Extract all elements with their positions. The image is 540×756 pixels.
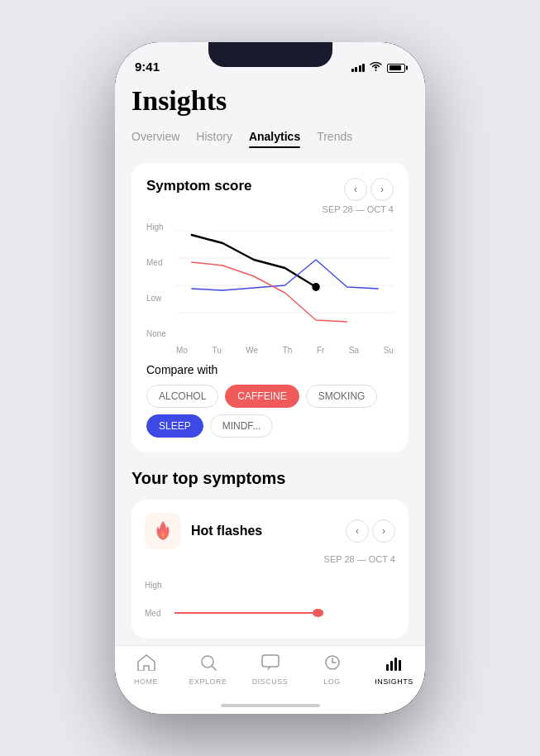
symptom-score-card: Symptom score ‹ › SEP 28 — OCT 4 High Me… <box>131 163 409 452</box>
explore-icon <box>200 654 217 675</box>
flame-svg <box>151 519 174 543</box>
symptom-header: Hot flashes ‹ › <box>145 513 395 549</box>
signal-icon <box>351 64 366 72</box>
home-icon <box>137 654 155 675</box>
svg-rect-13 <box>390 661 393 671</box>
phone-screen: 9:41 <box>115 42 425 714</box>
chip-mindfulness[interactable]: MINDF... <box>210 414 274 438</box>
symptom-chart-date-range: SEP 28 — OCT 4 <box>145 554 395 564</box>
symptom-high-line <box>174 572 395 597</box>
svg-point-4 <box>312 283 319 291</box>
top-symptoms-title: Your top symptoms <box>131 469 409 488</box>
x-label-mo: Mo <box>176 346 188 355</box>
nav-discuss[interactable]: DISCUSS <box>239 654 301 686</box>
x-label-th: Th <box>283 346 293 355</box>
svg-point-5 <box>313 609 323 617</box>
signal-bar-1 <box>351 69 354 72</box>
symptom-prev-button[interactable]: ‹ <box>346 519 369 543</box>
chart-x-labels: Mo Tu We Th Fr Sa Su <box>176 346 394 355</box>
tab-navigation: Overview History Analytics Trends <box>131 130 409 146</box>
tab-overview[interactable]: Overview <box>131 130 179 146</box>
symptom-date-range: SEP 28 — OCT 4 <box>146 204 394 214</box>
nav-home[interactable]: HOME <box>115 654 177 686</box>
hot-flashes-card: Hot flashes ‹ › SEP 28 — OCT 4 High <box>131 500 409 639</box>
signal-bar-3 <box>359 65 361 72</box>
symptom-med-row: Med <box>145 600 395 625</box>
nav-log-label: LOG <box>323 677 341 686</box>
chip-alcohol[interactable]: ALCOHOL <box>146 385 218 408</box>
signal-bar-4 <box>362 64 365 72</box>
nav-log[interactable]: LOG <box>301 654 363 686</box>
y-label-low: Low <box>146 294 176 303</box>
nav-explore[interactable]: EXPLORE <box>177 654 239 686</box>
nav-insights-label: INSIGHTS <box>375 677 413 686</box>
card-header: Symptom score ‹ › <box>146 178 394 201</box>
chart-svg <box>176 222 394 338</box>
symptom-y-med: Med <box>145 609 174 618</box>
symptom-name: Hot flashes <box>191 524 262 538</box>
chip-sleep[interactable]: SLEEP <box>146 414 203 438</box>
svg-rect-14 <box>394 658 397 671</box>
nav-discuss-label: DISCUSS <box>252 677 289 686</box>
signal-bar-2 <box>355 67 357 72</box>
svg-rect-12 <box>386 664 389 671</box>
next-date-button[interactable]: › <box>370 178 394 201</box>
nav-insights[interactable]: INSIGHTS <box>363 654 425 686</box>
main-content: Insights Overview History Analytics Tren… <box>115 79 425 645</box>
wifi-icon <box>370 62 382 74</box>
y-label-high: High <box>146 222 176 232</box>
date-nav-buttons: ‹ › <box>344 178 394 201</box>
svg-line-7 <box>212 666 216 670</box>
symptom-high-row: High <box>145 572 395 597</box>
page-title: Insights <box>131 85 409 117</box>
tab-history[interactable]: History <box>196 130 232 146</box>
symptom-med-line <box>174 600 395 625</box>
symptom-info: Hot flashes <box>145 513 262 549</box>
chart-area <box>176 222 394 338</box>
symptom-nav-buttons: ‹ › <box>346 519 395 543</box>
symptom-chart: High Med Low None <box>146 222 394 355</box>
tab-analytics[interactable]: Analytics <box>249 130 300 146</box>
tab-trends[interactable]: Trends <box>317 130 352 146</box>
compare-title: Compare with <box>146 363 394 376</box>
chip-caffeine[interactable]: CAFFEINE <box>225 385 299 408</box>
x-label-su: Su <box>384 346 394 355</box>
x-label-we: We <box>246 346 258 355</box>
battery-fill <box>389 65 401 70</box>
med-chart-svg <box>174 600 395 625</box>
top-symptoms-section: Your top symptoms Hot flashes <box>131 469 409 639</box>
symptom-score-title: Symptom score <box>146 178 252 194</box>
y-label-none: None <box>146 329 176 338</box>
compare-chips: ALCOHOL CAFFEINE SMOKING SLEEP MINDF... <box>146 385 394 438</box>
svg-rect-15 <box>399 660 401 671</box>
home-indicator <box>221 704 320 707</box>
symptom-y-high: High <box>145 581 174 590</box>
prev-date-button[interactable]: ‹ <box>344 178 367 201</box>
x-label-tu: Tu <box>212 346 221 355</box>
symptom-next-button[interactable]: › <box>372 519 395 543</box>
svg-rect-8 <box>262 655 279 667</box>
nav-explore-label: EXPLORE <box>189 677 227 686</box>
log-icon <box>324 654 341 675</box>
phone-frame: 9:41 <box>115 42 425 714</box>
chip-smoking[interactable]: SMOKING <box>306 385 378 408</box>
status-time: 9:41 <box>135 60 160 74</box>
status-icons <box>351 62 406 74</box>
hot-flashes-icon <box>145 513 181 549</box>
x-label-fr: Fr <box>317 346 324 355</box>
insights-icon <box>385 654 404 675</box>
y-label-med: Med <box>146 258 176 267</box>
nav-home-label: HOME <box>134 677 158 686</box>
discuss-icon <box>261 654 280 675</box>
battery-icon <box>387 64 405 73</box>
notch <box>208 42 332 67</box>
x-label-sa: Sa <box>349 346 359 355</box>
chart-y-labels: High Med Low None <box>146 222 176 338</box>
